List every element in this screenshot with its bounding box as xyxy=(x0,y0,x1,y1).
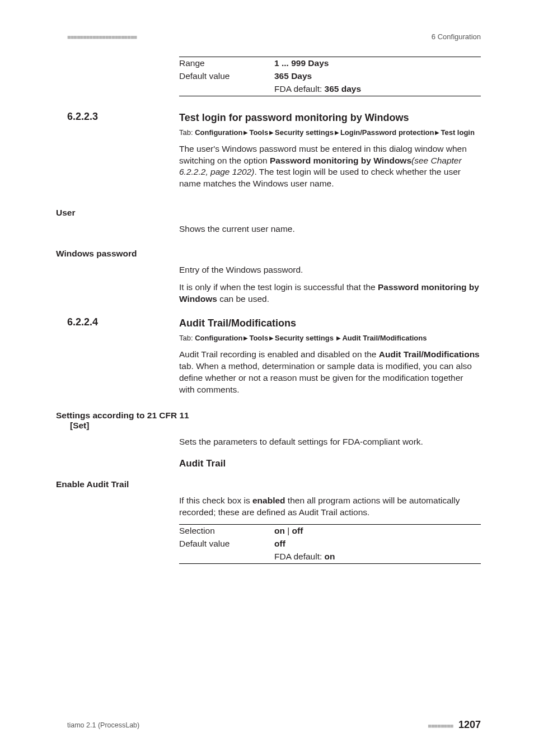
footer-left: tiamo 2.1 (ProcessLab) xyxy=(67,721,139,729)
table-cell-value: off xyxy=(274,538,481,550)
enable-audit-trail-table: Selectionon | offDefault valueoffFDA def… xyxy=(179,524,481,564)
breadcrumb: 6 Configuration xyxy=(432,32,481,41)
table-cell-key xyxy=(179,83,274,96)
text-strong: Audit Trail/Modifications xyxy=(379,349,480,359)
table-cell-key: Selection xyxy=(179,525,274,538)
footer-dots: ■■■■■■■■ xyxy=(428,722,453,729)
tab-path-6223: Tab: Configuration▶Tools▶Security settin… xyxy=(179,128,481,138)
windows-password-heading: Windows password xyxy=(56,244,481,259)
table-cell-value: on | off xyxy=(274,525,481,538)
text: If this check box is xyxy=(179,496,252,505)
header-dots: ■■■■■■■■■■■■■■■■■■■■■■ xyxy=(67,34,137,40)
user-body: Shows the current user name. xyxy=(179,223,481,235)
windows-password-body-2: It is only if when the test login is suc… xyxy=(179,282,481,305)
table-cell-key: Range xyxy=(179,57,274,70)
page-number: 1207 xyxy=(458,719,481,730)
text-strong: Password monitoring by Windows xyxy=(270,156,411,165)
table-cell-key: Default value xyxy=(179,538,274,550)
table-cell-key xyxy=(179,550,274,563)
section-6223-title: Test login for password monitoring by Wi… xyxy=(179,112,409,123)
text: It is only if when the test login is suc… xyxy=(179,282,378,292)
set-body: Sets the parameters to default settings … xyxy=(179,436,481,448)
section-6223-paragraph: The user's Windows password must be ente… xyxy=(179,143,481,190)
section-6224-number: 6.2.2.4 xyxy=(67,316,98,328)
set-button-label: [Set] xyxy=(56,421,481,431)
text: Audit Trail recording is enabled and dis… xyxy=(179,349,379,359)
section-6224-title: Audit Trail/Modifications xyxy=(179,318,296,329)
text-strong: enabled xyxy=(252,496,285,505)
text: can be used. xyxy=(217,294,269,304)
table-cell-value: FDA default: on xyxy=(274,550,481,563)
section-6224-paragraph: Audit Trail recording is enabled and dis… xyxy=(179,349,481,396)
enable-audit-trail-body: If this check box is enabled then all pr… xyxy=(179,495,481,519)
section-6223-number: 6.2.2.3 xyxy=(67,111,98,122)
table-cell-value: 1 ... 999 Days xyxy=(274,57,481,70)
table-cell-value: 365 Days xyxy=(274,70,481,83)
range-default-table: Range1 ... 999 DaysDefault value365 Days… xyxy=(179,57,481,96)
windows-password-body-1: Entry of the Windows password. xyxy=(179,264,481,276)
table-cell-key: Default value xyxy=(179,70,274,83)
audit-trail-heading: Audit Trail xyxy=(179,458,481,470)
tab-path-6224: Tab: Configuration▶Tools▶Security settin… xyxy=(179,333,481,343)
enable-audit-trail-heading: Enable Audit Trail xyxy=(56,475,481,489)
table-cell-value: FDA default: 365 days xyxy=(274,83,481,96)
settings-21cfr11-heading: Settings according to 21 CFR 11 xyxy=(56,406,481,421)
user-heading: User xyxy=(56,203,481,218)
text: tab. When a method, determination or sam… xyxy=(179,361,472,394)
